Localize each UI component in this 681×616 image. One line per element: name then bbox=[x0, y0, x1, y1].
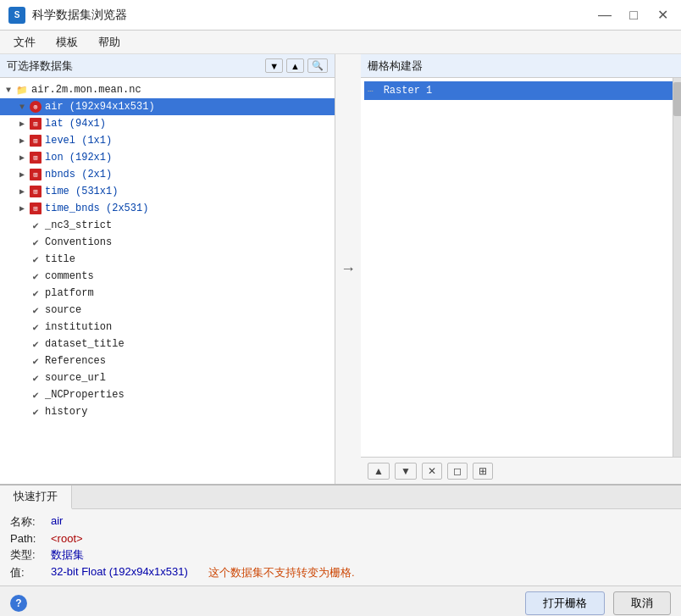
tree-item-comments[interactable]: ✔ comments bbox=[0, 268, 335, 285]
tree-root[interactable]: ▼ 📁 air.2m.mon.mean.nc bbox=[0, 81, 335, 98]
tree-item-institution[interactable]: ✔ institution bbox=[0, 319, 335, 336]
help-button[interactable]: ? bbox=[10, 595, 27, 612]
tree-item-title[interactable]: ✔ title bbox=[0, 251, 335, 268]
open-raster-button[interactable]: 打开栅格 bbox=[525, 591, 605, 615]
type-value: 数据集 bbox=[51, 547, 84, 563]
tree-item-nbnds[interactable]: ▶ ⊞ nbnds (2x1) bbox=[0, 166, 335, 183]
attr-check-icon: ✔ bbox=[29, 236, 42, 249]
expand-spacer bbox=[17, 407, 27, 417]
tree-label-references: References bbox=[45, 355, 106, 367]
tree-search-btn[interactable]: 🔍 bbox=[307, 58, 328, 73]
raster-item-1[interactable]: ┄ Raster 1 bbox=[364, 81, 678, 100]
tree-label-lat: lat (94x1) bbox=[45, 118, 106, 130]
tree-label-source-url: source_url bbox=[45, 372, 106, 384]
close-button[interactable]: ✕ bbox=[652, 5, 673, 25]
left-panel-header: 可选择数据集 ▼ ▲ 🔍 bbox=[0, 54, 335, 78]
left-panel-title: 可选择数据集 bbox=[7, 58, 73, 74]
menu-help[interactable]: 帮助 bbox=[90, 33, 129, 52]
variable-icon-time: ⊞ bbox=[29, 185, 42, 198]
tree-item-conventions[interactable]: ✔ Conventions bbox=[0, 234, 335, 251]
type-label: 类型: bbox=[10, 547, 44, 563]
menu-template[interactable]: 模板 bbox=[47, 33, 86, 52]
tree-item-lon[interactable]: ▶ ⊞ lon (192x1) bbox=[0, 149, 335, 166]
app-icon: S bbox=[8, 7, 25, 24]
value-label: 值: bbox=[10, 565, 44, 580]
tree-item-nc3strict[interactable]: ✔ _nc3_strict bbox=[0, 217, 335, 234]
raster-delete-btn[interactable]: ✕ bbox=[422, 463, 442, 480]
tree-item-ncproperties[interactable]: ✔ _NCProperties bbox=[0, 386, 335, 403]
expand-spacer bbox=[17, 288, 27, 298]
expand-icon: ▼ bbox=[3, 85, 14, 95]
raster-clear-btn[interactable]: ◻ bbox=[447, 463, 468, 480]
minimize-button[interactable]: — bbox=[595, 5, 615, 25]
variable-icon-level: ⊞ bbox=[29, 134, 42, 147]
tree-item-source[interactable]: ✔ source bbox=[0, 302, 335, 319]
tree-area: ▼ 📁 air.2m.mon.mean.nc ▼ ⊗ air (192x94x1… bbox=[0, 78, 335, 484]
expand-spacer bbox=[17, 271, 27, 281]
expand-icon: ▶ bbox=[17, 169, 27, 180]
raster-down-btn[interactable]: ▼ bbox=[395, 463, 417, 480]
root-label: air.2m.mon.mean.nc bbox=[31, 84, 141, 96]
right-panel: 栅格构建器 ┄ Raster 1 ▲ ▼ ✕ ◻ ⊞ bbox=[361, 54, 681, 484]
title-bar: S 科学数据集浏览器 — □ ✕ bbox=[0, 0, 681, 31]
expand-spacer bbox=[17, 237, 27, 247]
tree-item-source-url[interactable]: ✔ source_url bbox=[0, 369, 335, 386]
scrollbar-thumb bbox=[673, 82, 681, 116]
tree-label-ncproperties: _NCProperties bbox=[45, 389, 125, 401]
menu-bar: 文件 模板 帮助 bbox=[0, 31, 681, 54]
info-row-path: Path: <root> bbox=[10, 532, 671, 545]
expand-spacer bbox=[17, 305, 27, 315]
attr-check-icon: ✔ bbox=[29, 303, 42, 317]
tree-down-btn[interactable]: ▼ bbox=[265, 58, 283, 73]
attr-check-icon: ✔ bbox=[29, 219, 42, 232]
tree-item-time[interactable]: ▶ ⊞ time (531x1) bbox=[0, 183, 335, 200]
raster-import-btn[interactable]: ⊞ bbox=[473, 463, 493, 480]
tree-label-level: level (1x1) bbox=[45, 135, 112, 147]
arrow-area: → bbox=[335, 54, 361, 484]
tree-label-conventions: Conventions bbox=[45, 236, 112, 248]
tree-item-references[interactable]: ✔ References bbox=[0, 352, 335, 369]
tree-item-platform[interactable]: ✔ platform bbox=[0, 285, 335, 302]
tab-quick-open[interactable]: 快速打开 bbox=[0, 486, 72, 509]
raster-up-btn[interactable]: ▲ bbox=[368, 463, 390, 480]
tree-label-platform: platform bbox=[45, 287, 94, 299]
path-label: Path: bbox=[10, 532, 44, 545]
maximize-button[interactable]: □ bbox=[623, 5, 644, 25]
tree-item-time-bnds[interactable]: ▶ ⊞ time_bnds (2x531) bbox=[0, 200, 335, 217]
variable-icon-lat: ⊞ bbox=[29, 117, 42, 130]
left-panel-toolbar: ▼ ▲ 🔍 bbox=[265, 58, 328, 73]
cancel-button[interactable]: 取消 bbox=[613, 591, 671, 615]
attr-check-icon: ✔ bbox=[29, 269, 42, 283]
connector-icon: ┄ bbox=[368, 86, 374, 97]
expand-spacer bbox=[17, 356, 27, 366]
variable-icon-nbnds: ⊞ bbox=[29, 168, 42, 181]
attr-check-icon: ✔ bbox=[29, 388, 42, 402]
info-row-name: 名称: air bbox=[10, 514, 671, 530]
right-panel-header: 栅格构建器 bbox=[361, 54, 681, 78]
attr-check-icon: ✔ bbox=[29, 320, 42, 334]
expand-icon: ▼ bbox=[17, 102, 27, 112]
tree-item-lat[interactable]: ▶ ⊞ lat (94x1) bbox=[0, 115, 335, 132]
bottom-content: 名称: air Path: <root> 类型: 数据集 值: 32-bit F… bbox=[0, 509, 681, 585]
attr-check-icon: ✔ bbox=[29, 354, 42, 368]
name-label: 名称: bbox=[10, 514, 44, 530]
right-scrollbar[interactable] bbox=[673, 78, 681, 457]
attr-check-icon: ✔ bbox=[29, 405, 42, 419]
tree-label-lon: lon (192x1) bbox=[45, 152, 112, 164]
tree-item-dataset-title[interactable]: ✔ dataset_title bbox=[0, 336, 335, 352]
tree-up-btn[interactable]: ▲ bbox=[286, 58, 304, 73]
main-area: 可选择数据集 ▼ ▲ 🔍 ▼ 📁 air.2m.mon.mean.nc ▼ ⊗ … bbox=[0, 54, 681, 484]
title-bar-controls: — □ ✕ bbox=[595, 5, 673, 25]
right-panel-title: 栅格构建器 bbox=[368, 58, 423, 74]
tree-label-source: source bbox=[45, 304, 81, 316]
expand-spacer bbox=[17, 339, 27, 349]
tree-item-history[interactable]: ✔ history bbox=[0, 403, 335, 420]
right-toolbar: ▲ ▼ ✕ ◻ ⊞ bbox=[361, 457, 681, 484]
expand-icon: ▶ bbox=[17, 136, 27, 146]
tree-item-level[interactable]: ▶ ⊞ level (1x1) bbox=[0, 132, 335, 149]
right-panel-content: ┄ Raster 1 bbox=[361, 78, 681, 457]
tree-label-comments: comments bbox=[45, 270, 94, 282]
variable-no-icon: ⊗ bbox=[29, 100, 42, 114]
tree-item-air[interactable]: ▼ ⊗ air (192x94x1x531) bbox=[0, 98, 335, 115]
menu-file[interactable]: 文件 bbox=[5, 33, 44, 52]
